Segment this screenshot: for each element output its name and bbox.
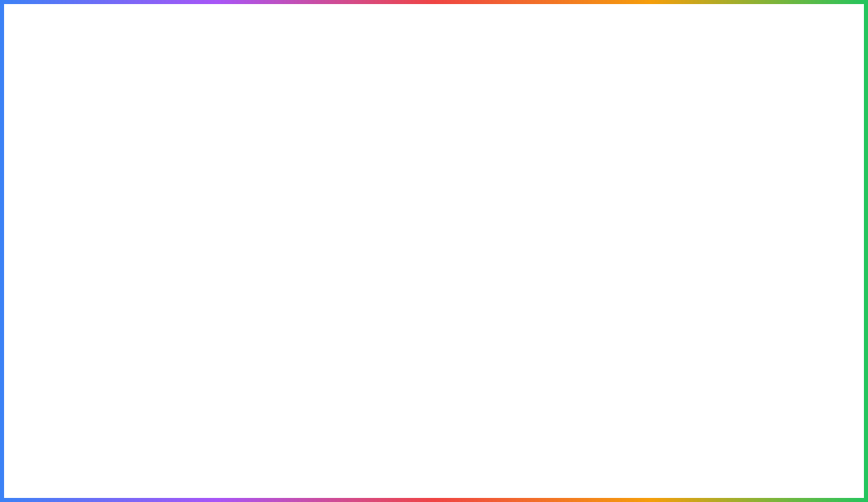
our-mission-link[interactable]: Our Mission bbox=[652, 54, 868, 90]
get-help-link[interactable]: Get Help bbox=[309, 22, 347, 33]
hero-price-sub: Per Month + Tax bbox=[34, 327, 153, 338]
feature-speed: Up to 50 Mbps bbox=[181, 329, 292, 343]
site-header: internet»essentials FROM COMCAST Afforda… bbox=[0, 0, 868, 54]
secondary-nav: How to Apply Low-Cost Computer Learning … bbox=[0, 54, 868, 91]
banner-text: to learn how to apply for the Emergency … bbox=[315, 100, 606, 111]
logo-tagline: Affordable Internet at Home for Eligible… bbox=[86, 7, 208, 47]
logo-title: internet»essentials bbox=[20, 12, 71, 35]
logo-arrows: » bbox=[53, 12, 58, 22]
apply-now-hero-arrows: » bbox=[277, 388, 285, 406]
pay-bill-link[interactable]: Pay your bill bbox=[519, 22, 571, 33]
low-cost-computer-link[interactable]: Low-Cost Computer bbox=[217, 54, 434, 90]
hero-features-list: No Credit Check No Term Contract No Canc… bbox=[181, 272, 292, 343]
apply-now-header-arrows: » bbox=[833, 21, 839, 33]
language-link[interactable]: Language bbox=[363, 22, 405, 33]
header-nav: Get Help Language Partner Community Pay … bbox=[222, 18, 742, 37]
hero-title: Low-cost, high-speed Internet at home bbox=[34, 179, 443, 247]
hero-divider bbox=[166, 267, 167, 348]
feature-no-contract: No Term Contract bbox=[181, 291, 292, 305]
badge-line2: AS FAST! bbox=[786, 190, 842, 204]
hero-price: $9.95 bbox=[34, 277, 153, 325]
ask-xfinity-label: Ask Xfinity bbox=[610, 22, 654, 33]
apply-now-hero-label: Apply Now bbox=[193, 388, 270, 406]
logo: internet»essentials FROM COMCAST bbox=[14, 7, 78, 45]
apply-now-header-button[interactable]: Apply Now » bbox=[755, 12, 854, 42]
learning-center-link[interactable]: Learning Center bbox=[435, 54, 652, 90]
feature-no-cancellation: No Cancellation Fees bbox=[181, 310, 292, 324]
speed-badge: NOW TWICE AS FAST! bbox=[760, 163, 868, 217]
feature-no-credit: No Credit Check bbox=[181, 272, 292, 286]
logo-area: internet»essentials FROM COMCAST Afforda… bbox=[14, 7, 208, 47]
price-block: $9.95 Per Month + Tax bbox=[34, 277, 153, 338]
badge-line1: NOW TWICE bbox=[778, 175, 850, 188]
hero-content: Low-cost, high-speed Internet at home $9… bbox=[0, 123, 477, 475]
how-to-apply-link[interactable]: How to Apply bbox=[0, 54, 217, 90]
hero-title-line2: Internet at home bbox=[128, 213, 350, 245]
hero-details: $9.95 Per Month + Tax No Credit Check No… bbox=[34, 267, 443, 348]
chat-icon: 💬 bbox=[587, 18, 606, 37]
logo-sub: FROM COMCAST bbox=[20, 35, 71, 41]
click-here-link[interactable]: Click here bbox=[262, 100, 314, 111]
apply-now-hero-button[interactable]: Apply Now » bbox=[163, 375, 314, 419]
ask-xfinity-link[interactable]: 💬 Ask Xfinity bbox=[587, 18, 654, 37]
ebb-banner: Click here to learn how to apply for the… bbox=[0, 91, 868, 120]
hero-title-line1: Low-cost, high-speed bbox=[92, 180, 385, 211]
apply-now-header-label: Apply Now bbox=[771, 21, 827, 33]
hero-section: Low-cost, high-speed Internet at home $9… bbox=[0, 123, 868, 475]
partner-community-link[interactable]: Partner Community bbox=[421, 22, 503, 33]
